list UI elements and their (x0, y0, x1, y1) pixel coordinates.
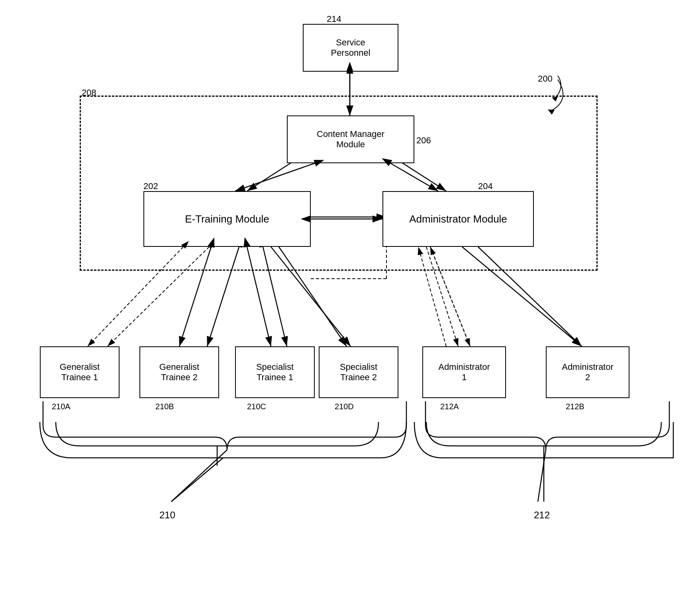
service-personnel-label: ServicePersonnel (331, 37, 370, 58)
arrows-svg (0, 0, 700, 592)
generalist-trainee-1-box: GeneralistTrainee 1 (40, 346, 120, 398)
administrator-module-label: Administrator Module (409, 213, 507, 225)
svg-line-35 (171, 450, 227, 502)
svg-line-19 (171, 458, 223, 502)
diagram-svg (0, 0, 700, 592)
specialist-trainee-2-box: SpecialistTrainee 2 (319, 346, 398, 398)
administrator-2-box: Administrator2 (546, 346, 629, 398)
label-210c: 210C (247, 402, 266, 411)
label-212a: 212A (440, 402, 459, 411)
svg-marker-21 (552, 96, 558, 102)
service-personnel-box: ServicePersonnel (303, 24, 398, 72)
label-200-arrow (534, 68, 582, 107)
label-202: 202 (143, 181, 158, 191)
svg-line-36 (538, 450, 546, 502)
label-212: 212 (534, 510, 550, 521)
etraining-box: E-Training Module (143, 191, 311, 247)
label-210d: 210D (335, 402, 354, 411)
label-210a: 210A (52, 402, 71, 411)
diagram-container: ServicePersonnel 214 Content ManagerModu… (0, 0, 700, 592)
generalist-trainee-2-label: GeneralistTrainee 2 (159, 362, 199, 383)
administrator-1-box: Administrator1 (422, 346, 506, 398)
label-210: 210 (159, 510, 175, 521)
specialist-trainee-2-label: SpecialistTrainee 2 (340, 362, 377, 383)
label-208: 208 (82, 88, 96, 98)
label-206: 206 (416, 135, 431, 146)
label-214: 214 (327, 14, 341, 24)
content-manager-box: Content ManagerModule (287, 115, 414, 163)
specialist-trainee-1-label: SpecialistTrainee 1 (256, 362, 294, 383)
etraining-label: E-Training Module (185, 213, 269, 225)
administrator-1-label: Administrator1 (438, 362, 490, 383)
generalist-trainee-2-box: GeneralistTrainee 2 (139, 346, 219, 398)
label-210b: 210B (155, 402, 174, 411)
generalist-trainee-1-label: GeneralistTrainee 1 (60, 362, 100, 383)
administrator-2-label: Administrator2 (562, 362, 614, 383)
label-212b: 212B (566, 402, 584, 411)
label-204: 204 (478, 181, 493, 191)
content-manager-label: Content ManagerModule (317, 129, 384, 150)
administrator-module-box: Administrator Module (382, 191, 534, 247)
specialist-trainee-1-box: SpecialistTrainee 1 (235, 346, 315, 398)
